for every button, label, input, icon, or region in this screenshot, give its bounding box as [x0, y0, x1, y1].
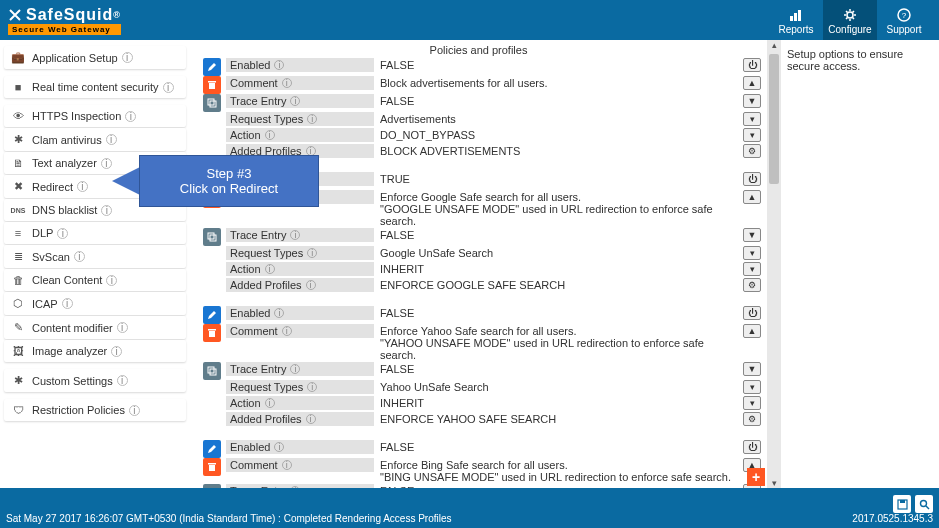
- info-icon[interactable]: i: [306, 280, 316, 290]
- clone-button[interactable]: [203, 362, 221, 380]
- info-icon[interactable]: i: [101, 158, 112, 169]
- clone-button[interactable]: [203, 484, 221, 488]
- info-icon[interactable]: i: [290, 486, 300, 488]
- sidebar-item-content-modifier[interactable]: ✎Content modifieri: [4, 316, 186, 339]
- toggle-button[interactable]: ⏻: [743, 440, 761, 454]
- field-value: Advertisements: [374, 112, 739, 126]
- dropdown-button[interactable]: ▾: [743, 396, 761, 410]
- sidebar-item-application-setup[interactable]: 💼Application Setupi: [4, 46, 186, 69]
- settings-button[interactable]: ⚙: [743, 144, 761, 158]
- nav-configure[interactable]: Configure: [823, 0, 877, 40]
- toggle-button[interactable]: ⏻: [743, 306, 761, 320]
- field-value: TRUE: [374, 172, 739, 186]
- info-icon[interactable]: i: [290, 96, 300, 106]
- move-up-button[interactable]: ▲: [743, 76, 761, 90]
- info-icon[interactable]: i: [282, 78, 292, 88]
- field-label: Trace Entryi: [226, 362, 374, 376]
- info-icon[interactable]: i: [307, 248, 317, 258]
- save-button[interactable]: [893, 495, 911, 513]
- info-icon[interactable]: i: [163, 82, 174, 93]
- edit-button[interactable]: [203, 58, 221, 76]
- info-icon[interactable]: i: [106, 134, 117, 145]
- scrollbar[interactable]: ▴ ▾: [767, 40, 781, 488]
- scroll-thumb[interactable]: [769, 54, 779, 184]
- info-icon[interactable]: i: [106, 275, 117, 286]
- sidebar-item-clam-antivirus[interactable]: ✱Clam antivirusi: [4, 128, 186, 151]
- field-value: Yahoo UnSafe Search: [374, 380, 739, 394]
- field-label: Enabledi: [226, 58, 374, 72]
- toggle-button[interactable]: ⏻: [743, 58, 761, 72]
- toggle-button[interactable]: ⏻: [743, 172, 761, 186]
- sidebar-item-image-analyzer[interactable]: 🖼Image analyzeri: [4, 340, 186, 362]
- info-icon[interactable]: i: [77, 181, 88, 192]
- info-icon[interactable]: i: [282, 460, 292, 470]
- info-icon[interactable]: i: [307, 382, 317, 392]
- dropdown-button[interactable]: ▾: [743, 112, 761, 126]
- info-icon[interactable]: i: [74, 251, 85, 262]
- settings-button[interactable]: ⚙: [743, 412, 761, 426]
- move-down-button[interactable]: ▼: [743, 362, 761, 376]
- info-icon[interactable]: i: [290, 364, 300, 374]
- field-label: Trace Entryi: [226, 484, 374, 488]
- info-icon[interactable]: i: [265, 398, 275, 408]
- info-icon[interactable]: i: [265, 130, 275, 140]
- sidebar-item-https-inspection[interactable]: 👁HTTPS Inspectioni: [4, 105, 186, 127]
- sidebar-item-label: Redirect: [32, 181, 73, 193]
- field-label: Enabledi: [226, 440, 374, 454]
- delete-button[interactable]: [203, 76, 221, 94]
- sidebar-item-svscan[interactable]: ≣SvScani: [4, 245, 186, 268]
- move-up-button[interactable]: ▲: [743, 324, 761, 338]
- edit-button[interactable]: [203, 440, 221, 458]
- dropdown-button[interactable]: ▾: [743, 380, 761, 394]
- settings-button[interactable]: ⚙: [743, 278, 761, 292]
- info-icon[interactable]: i: [307, 114, 317, 124]
- copy-icon: [207, 366, 217, 376]
- info-icon[interactable]: i: [122, 52, 133, 63]
- info-icon[interactable]: i: [117, 322, 128, 333]
- info-icon[interactable]: i: [62, 298, 73, 309]
- sidebar-item-restriction-policies[interactable]: 🛡Restriction Policiesi: [4, 399, 186, 421]
- info-icon[interactable]: i: [282, 326, 292, 336]
- dropdown-button[interactable]: ▾: [743, 246, 761, 260]
- field-label-text: Action: [230, 397, 261, 409]
- dropdown-button[interactable]: ▾: [743, 128, 761, 142]
- svg-line-25: [926, 506, 929, 509]
- nav-support[interactable]: ? Support: [877, 5, 931, 35]
- info-icon[interactable]: i: [274, 308, 284, 318]
- scroll-down-arrow[interactable]: ▾: [767, 478, 781, 488]
- info-icon[interactable]: i: [306, 414, 316, 424]
- clone-button[interactable]: [203, 94, 221, 112]
- move-up-button[interactable]: ▲: [743, 190, 761, 204]
- move-down-button[interactable]: ▼: [743, 228, 761, 242]
- help-text: Setup options to ensure secure access.: [787, 48, 903, 72]
- add-button[interactable]: +: [747, 468, 765, 486]
- info-icon[interactable]: i: [274, 60, 284, 70]
- field-value: FALSE: [374, 484, 739, 488]
- delete-button[interactable]: [203, 324, 221, 342]
- info-icon[interactable]: i: [129, 405, 140, 416]
- info-icon[interactable]: i: [290, 230, 300, 240]
- dropdown-button[interactable]: ▾: [743, 262, 761, 276]
- sidebar: 💼Application Setupi■Real time content se…: [0, 40, 190, 488]
- info-icon[interactable]: i: [265, 264, 275, 274]
- search-button[interactable]: [915, 495, 933, 513]
- info-icon[interactable]: i: [57, 228, 68, 239]
- sidebar-item-custom-settings[interactable]: ✱Custom Settingsi: [4, 369, 186, 392]
- info-icon[interactable]: i: [111, 346, 122, 357]
- move-down-button[interactable]: ▼: [743, 94, 761, 108]
- info-icon[interactable]: i: [101, 205, 112, 216]
- scroll-up-arrow[interactable]: ▴: [767, 40, 781, 50]
- clone-button[interactable]: [203, 228, 221, 246]
- sidebar-item-real-time-content-security[interactable]: ■Real time content securityi: [4, 76, 186, 98]
- delete-button[interactable]: [203, 458, 221, 476]
- info-icon[interactable]: i: [274, 442, 284, 452]
- policy-block: EnablediFALSE⏻CommentiBlock advertisemen…: [198, 58, 765, 160]
- edit-button[interactable]: [203, 306, 221, 324]
- info-icon[interactable]: i: [125, 111, 136, 122]
- sidebar-item-icap[interactable]: ⬡ICAPi: [4, 292, 186, 315]
- sidebar-item-dlp[interactable]: ≡DLPi: [4, 222, 186, 244]
- info-icon[interactable]: i: [117, 375, 128, 386]
- sidebar-item-clean-content[interactable]: 🗑Clean Contenti: [4, 269, 186, 291]
- nav-reports[interactable]: Reports: [769, 5, 823, 35]
- field-label: Actioni: [226, 128, 374, 142]
